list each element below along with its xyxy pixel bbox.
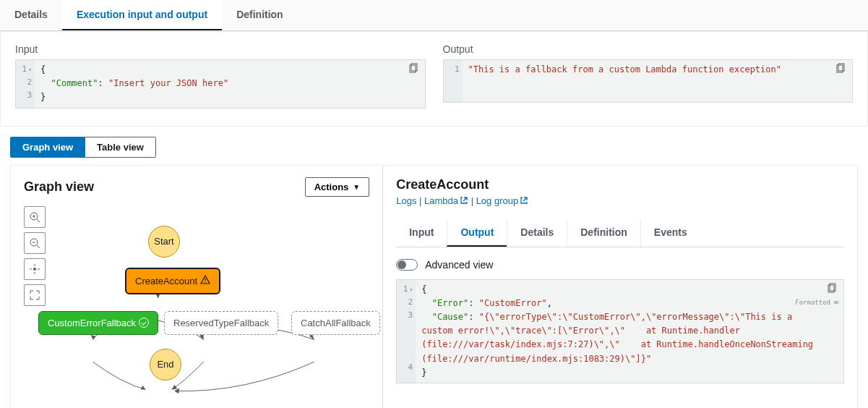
svg-marker-17 — [91, 335, 96, 340]
detail-subtabs: Input Output Details Definition Events — [396, 219, 844, 247]
input-code: 123 { "Comment": "Insert your JSON here"… — [15, 59, 426, 109]
svg-marker-22 — [175, 388, 180, 394]
input-label: Input — [15, 43, 426, 55]
node-custom-error-fallback[interactable]: CustomErrorFallback — [38, 311, 158, 335]
advanced-view-label: Advanced view — [425, 259, 493, 271]
loggroup-link[interactable]: Log group — [476, 195, 529, 206]
graph-title: Graph view — [24, 179, 94, 195]
subtab-output[interactable]: Output — [447, 219, 507, 247]
detail-panel: CreateAccount Logs | Lambda | Log group … — [383, 166, 857, 408]
output-column: Output 1 "This is a fallback from a cust… — [443, 43, 854, 109]
graph-canvas[interactable]: Start CreateAccount CustomErrorFallback … — [24, 226, 369, 408]
subtab-definition[interactable]: Definition — [567, 219, 640, 247]
node-end[interactable]: End — [150, 349, 181, 381]
svg-point-25 — [205, 281, 206, 283]
table-view-toggle[interactable]: Table view — [85, 137, 156, 158]
detail-output-code: 1234 Formatted { "Error": "CustomError",… — [396, 279, 844, 383]
output-code: 1 "This is a fallback from a custom Lamb… — [443, 59, 854, 103]
node-start[interactable]: Start — [148, 226, 180, 258]
zoom-in-icon[interactable] — [24, 206, 46, 228]
actions-button[interactable]: Actions ▼ — [305, 177, 370, 197]
graph-panel: Graph view Actions ▼ Start — [11, 166, 383, 408]
copy-icon[interactable] — [826, 283, 839, 296]
formatted-label: Formatted — [795, 297, 841, 307]
node-create-account[interactable]: CreateAccount — [125, 268, 220, 294]
svg-marker-16 — [156, 294, 160, 298]
subtab-input[interactable]: Input — [396, 219, 447, 247]
io-panel: Input 123 { "Comment": "Insert your JSON… — [0, 31, 868, 127]
external-link-icon — [460, 196, 468, 205]
tab-execution-io[interactable]: Execution input and output — [62, 0, 222, 30]
external-link-icon — [520, 196, 528, 205]
svg-marker-18 — [199, 334, 204, 340]
detail-links: Logs | Lambda | Log group — [396, 195, 844, 206]
logs-link[interactable]: Logs — [396, 195, 416, 206]
detail-title: CreateAccount — [396, 177, 844, 192]
subtab-details[interactable]: Details — [507, 219, 567, 247]
tab-definition[interactable]: Definition — [222, 0, 298, 30]
input-column: Input 123 { "Comment": "Insert your JSON… — [15, 43, 426, 109]
lambda-link[interactable]: Lambda — [424, 195, 468, 206]
svg-marker-20 — [141, 385, 146, 389]
warning-icon — [200, 275, 210, 287]
check-icon — [139, 318, 149, 328]
main-tabs: Details Execution input and output Defin… — [0, 0, 868, 31]
tab-details[interactable]: Details — [0, 0, 62, 30]
advanced-view-toggle[interactable] — [396, 259, 418, 271]
svg-marker-21 — [172, 384, 178, 389]
output-label: Output — [443, 43, 854, 55]
view-toggle: Graph view Table view — [10, 137, 868, 158]
copy-icon[interactable] — [835, 63, 848, 76]
graph-view-toggle[interactable]: Graph view — [10, 137, 85, 158]
copy-icon[interactable] — [408, 63, 421, 76]
subtab-events[interactable]: Events — [640, 219, 700, 247]
svg-line-5 — [37, 219, 40, 222]
node-reserved-type-fallback[interactable]: ReservedTypeFallback — [164, 311, 278, 335]
chevron-down-icon: ▼ — [353, 183, 360, 191]
node-catch-all-fallback[interactable]: CatchAllFallback — [291, 311, 380, 335]
